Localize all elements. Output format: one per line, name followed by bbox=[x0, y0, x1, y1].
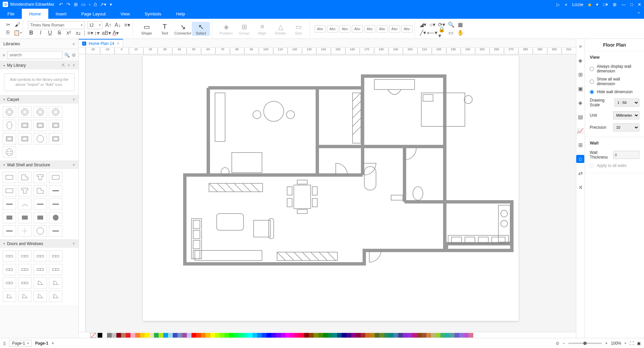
shape-item[interactable] bbox=[34, 120, 47, 131]
color-swatch[interactable] bbox=[314, 333, 318, 338]
cut-icon[interactable]: ✂ bbox=[5, 21, 11, 28]
shape-item[interactable] bbox=[34, 225, 47, 237]
shape-item[interactable] bbox=[34, 291, 47, 302]
zoom-out-icon[interactable]: − bbox=[562, 341, 565, 346]
paste-icon[interactable]: 📋▾ bbox=[14, 29, 21, 36]
bold-icon[interactable]: B bbox=[28, 30, 35, 36]
shape-item[interactable] bbox=[3, 212, 16, 223]
shape-item[interactable] bbox=[3, 172, 16, 183]
page-list-icon[interactable]: ▯ bbox=[3, 341, 6, 346]
color-swatch[interactable] bbox=[107, 333, 112, 338]
shape-item[interactable] bbox=[49, 172, 62, 183]
color-swatch[interactable] bbox=[238, 333, 243, 338]
floorplan-drawing[interactable] bbox=[176, 69, 519, 311]
chart-icon[interactable]: 📈 bbox=[576, 127, 584, 135]
no-color-swatch[interactable] bbox=[90, 333, 96, 338]
color-swatch[interactable] bbox=[422, 333, 426, 338]
shape-item[interactable] bbox=[49, 133, 62, 144]
theme-icon[interactable]: ◈ bbox=[576, 56, 584, 64]
shape-item[interactable] bbox=[34, 133, 47, 144]
my-library-head[interactable]: ▾My Library ⇱ + × bbox=[0, 61, 78, 69]
color-swatch[interactable] bbox=[300, 333, 304, 338]
user-name[interactable]: Lizzie bbox=[572, 2, 583, 7]
color-swatch[interactable] bbox=[220, 333, 224, 338]
color-swatch[interactable] bbox=[393, 333, 398, 338]
shape-item[interactable] bbox=[18, 106, 32, 118]
shape-item[interactable] bbox=[49, 277, 62, 289]
style-preset-3[interactable]: Abc bbox=[352, 25, 363, 33]
share-icon[interactable]: ∝ bbox=[565, 2, 568, 7]
menu-help[interactable]: Help bbox=[169, 9, 193, 19]
fit-page-icon[interactable]: ⛶ bbox=[630, 341, 634, 346]
connector-tool[interactable]: ↘Connector bbox=[174, 22, 192, 36]
shuffle-icon[interactable]: ⤨ bbox=[576, 183, 584, 191]
style-preset-6[interactable]: Abc bbox=[389, 25, 400, 33]
page-select[interactable]: Page-1▾ bbox=[9, 340, 32, 347]
color-swatch[interactable] bbox=[454, 333, 459, 338]
shape-item[interactable] bbox=[49, 212, 62, 223]
canvas[interactable] bbox=[86, 54, 576, 332]
decrease-font-icon[interactable]: A↓ bbox=[114, 22, 121, 28]
color-swatch[interactable] bbox=[149, 333, 154, 338]
shape-item[interactable] bbox=[49, 225, 62, 237]
radio-always-display[interactable]: Always display wall dimension bbox=[590, 62, 639, 75]
color-swatch[interactable] bbox=[295, 333, 300, 338]
color-swatch[interactable] bbox=[102, 333, 107, 338]
color-swatch[interactable] bbox=[361, 333, 365, 338]
color-swatch[interactable] bbox=[309, 333, 314, 338]
menu-file[interactable]: File bbox=[0, 9, 22, 19]
color-swatch[interactable] bbox=[130, 333, 135, 338]
color-swatch[interactable] bbox=[154, 333, 159, 338]
document-tab[interactable]: ⊃ Home Plan 14 × bbox=[79, 39, 123, 47]
image-icon[interactable]: ▣ bbox=[576, 84, 584, 93]
color-swatch[interactable] bbox=[445, 333, 450, 338]
collapse-ribbon-icon[interactable]: ⌃ bbox=[634, 9, 644, 19]
shape-item[interactable] bbox=[49, 250, 62, 262]
user-dropdown-icon[interactable]: ▾ bbox=[596, 2, 598, 7]
color-swatch[interactable] bbox=[192, 333, 196, 338]
shape-item[interactable] bbox=[34, 198, 47, 210]
layers-panel-icon[interactable]: ◈ bbox=[576, 99, 584, 107]
carpet-head[interactable]: ▾Carpet× bbox=[0, 96, 78, 104]
zoom-value[interactable]: 100% bbox=[611, 341, 621, 346]
color-swatch[interactable] bbox=[271, 333, 276, 338]
shape-item[interactable] bbox=[34, 106, 47, 118]
color-swatch[interactable] bbox=[332, 333, 337, 338]
shape-item[interactable] bbox=[18, 264, 32, 275]
apps-icon[interactable]: ⊞ bbox=[613, 2, 616, 7]
shape-item[interactable] bbox=[49, 291, 62, 302]
shape-item[interactable] bbox=[3, 250, 16, 262]
color-swatch[interactable] bbox=[116, 333, 121, 338]
color-swatch[interactable] bbox=[450, 333, 454, 338]
menu-page-layout[interactable]: Page Layout bbox=[74, 9, 113, 19]
shape-item[interactable] bbox=[18, 291, 32, 302]
color-swatch[interactable] bbox=[135, 333, 140, 338]
import-icon[interactable]: ⇱ bbox=[62, 63, 65, 68]
color-swatch[interactable] bbox=[323, 333, 328, 338]
menu-symbols[interactable]: Symbols bbox=[137, 9, 169, 19]
page-panel-icon[interactable]: ▤ bbox=[576, 113, 584, 121]
color-swatch[interactable] bbox=[412, 333, 417, 338]
shape-item[interactable] bbox=[18, 277, 32, 289]
color-swatch[interactable] bbox=[379, 333, 384, 338]
close-section-icon[interactable]: × bbox=[73, 63, 75, 68]
unit-select[interactable]: Millimeters bbox=[613, 111, 639, 119]
color-swatch[interactable] bbox=[163, 333, 168, 338]
apply-all-walls[interactable]: Apply to all walls bbox=[590, 162, 639, 170]
color-swatch[interactable] bbox=[229, 333, 234, 338]
color-swatch[interactable] bbox=[459, 333, 464, 338]
color-swatch[interactable] bbox=[126, 333, 130, 338]
close-doors-icon[interactable]: × bbox=[73, 241, 75, 246]
color-swatch[interactable] bbox=[248, 333, 253, 338]
color-swatch[interactable] bbox=[257, 333, 262, 338]
color-swatch[interactable] bbox=[196, 333, 201, 338]
collapse-library-icon[interactable]: « bbox=[72, 41, 75, 46]
shape-item[interactable] bbox=[18, 172, 32, 183]
color-swatch[interactable] bbox=[215, 333, 220, 338]
table-icon[interactable]: ⊞ bbox=[576, 141, 584, 149]
color-swatch[interactable] bbox=[417, 333, 422, 338]
color-swatch[interactable] bbox=[98, 333, 102, 338]
shape-item[interactable] bbox=[3, 106, 16, 118]
export-icon[interactable]: ↗▾ bbox=[100, 2, 106, 7]
color-swatch[interactable] bbox=[440, 333, 445, 338]
